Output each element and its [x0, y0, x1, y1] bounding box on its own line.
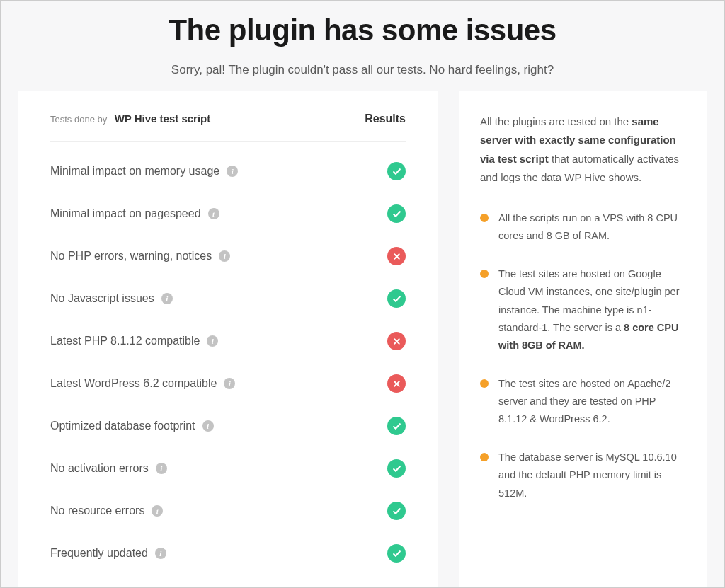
results-column-header: Results [365, 113, 406, 125]
info-icon[interactable]: i [219, 250, 230, 262]
test-row: Latest PHP 8.1.12 compatiblei [50, 320, 406, 362]
info-list: All the scripts run on a VPS with 8 CPU … [480, 209, 682, 502]
cross-icon [387, 332, 406, 350]
tests-panel: Tests done by WP Hive test script Result… [18, 91, 438, 588]
test-label: Minimal impact on memory usagei [50, 165, 238, 178]
info-icon[interactable]: i [152, 505, 163, 517]
bullet-icon [480, 453, 489, 461]
info-item-text: All the scripts run on a VPS with 8 CPU … [498, 209, 682, 246]
bullet-icon [480, 214, 489, 222]
info-item-text: The database server is MySQL 10.6.10 and… [498, 449, 682, 502]
info-icon[interactable]: i [202, 420, 214, 432]
test-row: Optimized database footprinti [50, 405, 406, 447]
test-label: No Javascript issuesi [50, 292, 173, 305]
test-row: Frequently updatedi [50, 532, 406, 575]
test-label: Latest WordPress 6.2 compatiblei [50, 377, 235, 390]
info-icon[interactable]: i [156, 463, 167, 474]
check-icon [387, 162, 406, 180]
tests-script-name: WP Hive test script [115, 113, 211, 125]
cross-icon [387, 247, 406, 265]
test-label-text: Frequently updated [50, 547, 148, 560]
header-section: The plugin has some issues Sorry, pal! T… [11, 1, 714, 91]
test-row: Minimal impact on pagespeedi [50, 192, 406, 235]
info-item-pre: The test sites are hosted on Apache/2 se… [498, 378, 670, 425]
test-row: No resource errorsi [50, 490, 406, 532]
info-item-pre: The database server is MySQL 10.6.10 and… [498, 451, 677, 499]
test-row: Latest WordPress 6.2 compatiblei [50, 362, 406, 405]
check-icon [387, 459, 406, 478]
test-row: Minimal impact on memory usagei [50, 150, 406, 192]
info-icon[interactable]: i [208, 208, 219, 219]
tests-done-by-label: Tests done by [50, 114, 107, 125]
test-label: Frequently updatedi [50, 547, 166, 560]
test-label-text: Latest PHP 8.1.12 compatible [50, 335, 200, 347]
info-intro-text: All the plugins are tested on the same s… [480, 113, 682, 187]
info-icon[interactable]: i [224, 378, 235, 389]
test-label-text: No resource errors [50, 505, 144, 517]
tests-header: Tests done by WP Hive test script Result… [50, 113, 406, 142]
test-label-text: No Javascript issues [50, 292, 154, 305]
test-label: Minimal impact on pagespeedi [50, 207, 219, 220]
info-item-pre: All the scripts run on a VPS with 8 CPU … [498, 212, 678, 241]
check-icon [387, 544, 406, 563]
info-icon[interactable]: i [207, 335, 218, 347]
test-row: No PHP errors, warning, noticesi [50, 235, 406, 277]
test-label-text: No PHP errors, warning, notices [50, 250, 212, 263]
page-title: The plugin has some issues [11, 13, 714, 47]
info-item: The database server is MySQL 10.6.10 and… [480, 449, 682, 502]
check-icon [387, 289, 406, 308]
page-subtitle: Sorry, pal! The plugin couldn't pass all… [11, 63, 714, 77]
info-intro-pre: All the plugins are tested on the [480, 115, 632, 127]
info-item: All the scripts run on a VPS with 8 CPU … [480, 209, 682, 246]
info-item-text: The test sites are hosted on Apache/2 se… [498, 375, 682, 429]
test-label-text: Latest WordPress 6.2 compatible [50, 377, 217, 390]
info-icon[interactable]: i [155, 548, 166, 559]
test-label-text: Minimal impact on memory usage [50, 165, 219, 178]
info-item: The test sites are hosted on Google Clou… [480, 265, 682, 355]
bullet-icon [480, 270, 489, 278]
test-row: No activation errorsi [50, 447, 406, 490]
test-label: Optimized database footprinti [50, 420, 214, 432]
test-label: No activation errorsi [50, 462, 167, 475]
bullet-icon [480, 379, 489, 388]
check-icon [387, 417, 406, 435]
test-label: No PHP errors, warning, noticesi [50, 250, 230, 263]
tests-list: Minimal impact on memory usageiMinimal i… [50, 150, 406, 575]
test-row: No Javascript issuesi [50, 277, 406, 320]
check-icon [387, 502, 406, 520]
test-label-text: Minimal impact on pagespeed [50, 207, 201, 220]
test-label-text: Optimized database footprint [50, 420, 195, 432]
info-icon[interactable]: i [161, 293, 173, 304]
info-item: The test sites are hosted on Apache/2 se… [480, 375, 682, 429]
test-label: Latest PHP 8.1.12 compatiblei [50, 335, 218, 347]
check-icon [387, 204, 406, 223]
info-icon[interactable]: i [227, 166, 238, 177]
test-label-text: No activation errors [50, 462, 149, 475]
info-item-text: The test sites are hosted on Google Clou… [498, 265, 682, 355]
test-label: No resource errorsi [50, 505, 163, 517]
info-panel: All the plugins are tested on the same s… [459, 91, 707, 588]
cross-icon [387, 374, 406, 393]
